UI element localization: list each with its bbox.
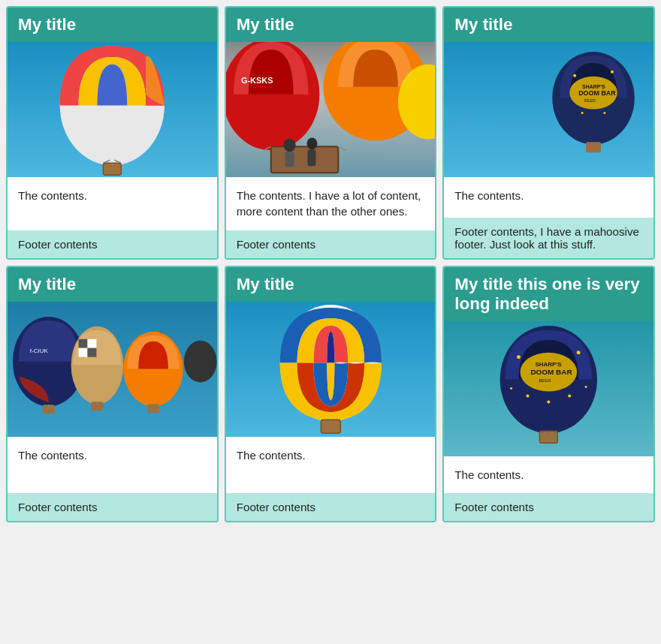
svg-point-58 [548,400,551,403]
svg-rect-35 [79,339,88,348]
svg-text:f-CIUK: f-CIUK [30,347,49,354]
svg-point-40 [184,340,217,382]
svg-line-18 [338,146,346,150]
card-6-image: SHARP'S DOOM BAR BEER [444,321,653,456]
balloon-5-svg [226,302,436,436]
svg-rect-38 [87,348,96,357]
card-2: My title G-KSKS [225,6,437,260]
card-6: My title this one is very long indeed SH… [442,266,655,522]
svg-point-57 [527,394,530,397]
card-1-footer: Footer contents [8,230,217,258]
card-5: My title [225,266,437,522]
card-1-image [8,42,217,177]
svg-point-59 [510,387,512,390]
card-grid: My title [6,6,655,522]
svg-point-21 [611,71,614,74]
svg-rect-37 [79,348,88,357]
card-6-header: My title this one is very long indeed [444,267,653,321]
card-2-body: The contents. I have a lot of content, m… [226,177,436,230]
svg-point-15 [306,137,317,149]
balloon-4-svg: f-CIUK [8,302,217,436]
svg-text:G-KSKS: G-KSKS [241,76,273,85]
card-2-title: My title [237,15,425,35]
card-3-image: SHARP'S DOOM BAR BEER [444,42,653,177]
card-3-header: My title [444,8,653,42]
card-4-title: My title [18,275,207,294]
svg-point-20 [573,74,576,77]
card-5-image [226,302,436,437]
svg-point-55 [577,351,581,354]
card-6-title: My title this one is very long indeed [454,275,643,314]
svg-point-56 [569,394,572,397]
svg-point-23 [581,112,584,114]
svg-point-54 [517,355,521,359]
card-5-header: My title [226,267,436,302]
svg-point-13 [283,138,295,152]
card-3-body: The contents. [444,177,653,218]
svg-point-22 [604,112,606,114]
card-6-footer: Footer contents [444,493,653,521]
card-3: My title SHARP'S DOOM BAR BEER [442,6,655,260]
svg-rect-11 [270,146,338,173]
card-4-body: The contents. [8,437,217,493]
card-4: My title f-CIUK [6,266,219,522]
card-2-image: G-KSKS [226,42,436,177]
card-1-header: My title [8,8,217,42]
card-4-header: My title [8,267,217,302]
svg-text:SHARP'S: SHARP'S [582,84,605,89]
card-1-title: My title [18,15,207,35]
svg-rect-36 [87,339,96,348]
svg-text:DOOM BAR: DOOM BAR [531,367,572,375]
balloon-1-svg [8,42,217,176]
card-5-body: The contents. [226,437,436,493]
svg-rect-47 [321,420,340,433]
svg-text:BEER: BEER [584,98,596,103]
svg-text:DOOM BAR: DOOM BAR [578,89,616,97]
svg-point-60 [585,386,587,388]
svg-text:SHARP'S: SHARP'S [536,360,562,367]
svg-rect-16 [307,149,315,166]
card-4-footer: Footer contents [8,493,217,521]
card-1-body: The contents. [8,177,217,230]
card-4-image: f-CIUK [8,302,217,437]
card-5-footer: Footer contents [226,493,436,521]
card-5-title: My title [237,275,425,294]
balloon-6-svg: SHARP'S DOOM BAR BEER [444,321,653,456]
card-6-body: The contents. [444,456,653,493]
card-3-footer: Footer contents, I have a mahoosive foot… [444,218,653,258]
card-2-footer: Footer contents [226,230,436,258]
balloon-2-svg: G-KSKS [226,42,436,176]
balloon-3-svg: SHARP'S DOOM BAR BEER [444,42,653,176]
card-3-title: My title [454,15,643,35]
svg-rect-14 [285,152,294,167]
svg-text:BEER: BEER [539,378,552,382]
card-1: My title [6,6,219,260]
svg-rect-43 [147,404,159,413]
card-2-header: My title [226,8,436,42]
